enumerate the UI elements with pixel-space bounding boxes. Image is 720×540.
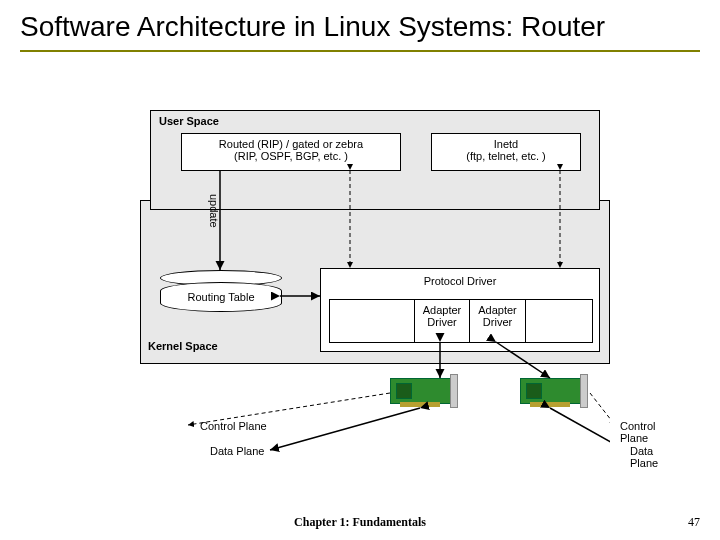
- routed-line1: Routed (RIP) / gated or zebra: [182, 138, 400, 150]
- nic-1: [390, 378, 460, 408]
- adapter-driver-1: Adapter Driver: [414, 300, 470, 342]
- inetd-box: Inetd (ftp, telnet, etc. ): [431, 133, 581, 171]
- slide-title: Software Architecture in Linux Systems: …: [20, 10, 700, 44]
- routing-table: Routing Table: [160, 282, 282, 312]
- protocol-driver-label: Protocol Driver: [321, 275, 599, 287]
- protocol-driver-box: Protocol Driver Adapter Driver Adapter D…: [320, 268, 600, 352]
- adapter1-line1: Adapter: [415, 304, 469, 316]
- title-underline: [20, 50, 700, 52]
- routed-box: Routed (RIP) / gated or zebra (RIP, OSPF…: [181, 133, 401, 171]
- diagram: User Space Routed (RIP) / gated or zebra…: [140, 110, 610, 425]
- control-plane-label-right: Control Plane: [620, 420, 655, 444]
- adapter-driver-2: Adapter Driver: [470, 300, 526, 342]
- footer-chapter: Chapter 1: Fundamentals: [0, 515, 720, 530]
- nic-chip-icon: [526, 383, 542, 399]
- nic-edge-icon: [530, 402, 570, 407]
- svg-line-9: [550, 408, 610, 450]
- data-plane-label-right: Data Plane: [630, 445, 658, 469]
- footer-page-number: 47: [688, 515, 700, 530]
- nic-chip-icon: [396, 383, 412, 399]
- adapter2-line1: Adapter: [470, 304, 525, 316]
- protocol-driver-inner: Adapter Driver Adapter Driver: [329, 299, 593, 343]
- routed-line2: (RIP, OSPF, BGP, etc. ): [182, 150, 400, 162]
- user-space-label: User Space: [159, 115, 219, 127]
- control-plane-label-left: Control Plane: [200, 420, 267, 432]
- inetd-line2: (ftp, telnet, etc. ): [432, 150, 580, 162]
- data-plane-label-left: Data Plane: [210, 445, 264, 457]
- nic-edge-icon: [400, 402, 440, 407]
- nic-bracket-icon: [450, 374, 458, 408]
- adapter1-line2: Driver: [415, 316, 469, 328]
- adapter2-line2: Driver: [470, 316, 525, 328]
- svg-line-8: [270, 408, 420, 450]
- update-label: update: [208, 194, 220, 228]
- svg-line-7: [590, 393, 610, 425]
- kernel-space-label: Kernel Space: [148, 340, 218, 352]
- inetd-line1: Inetd: [432, 138, 580, 150]
- nic-bracket-icon: [580, 374, 588, 408]
- nic-2: [520, 378, 590, 408]
